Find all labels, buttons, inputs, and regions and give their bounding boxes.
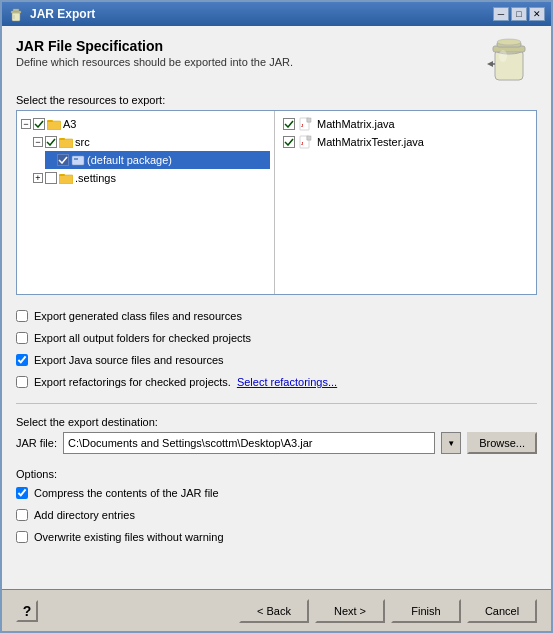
browse-button[interactable]: Browse... (467, 432, 537, 454)
expand-spacer-dp (45, 155, 55, 165)
file-label-mathmatrix: MathMatrix.java (317, 118, 395, 130)
export-option-refactorings-row: Export refactorings for checked projects… (16, 373, 537, 391)
nav-buttons: < Back Next > Finish Cancel (239, 599, 537, 623)
compress-label: Compress the contents of the JAR file (34, 487, 219, 499)
resources-panel: − A3 − (16, 110, 537, 295)
svg-text:J: J (301, 123, 303, 128)
java-file-icon-mathmatrixtester: J (299, 135, 313, 149)
file-item-mathmatrix[interactable]: J MathMatrix.java (283, 115, 532, 133)
title-buttons: ─ □ ✕ (493, 7, 545, 21)
export-options-area: Export generated class files and resourc… (16, 307, 537, 391)
expand-a3[interactable]: − (21, 119, 31, 129)
settings-folder-icon (59, 172, 73, 184)
compress-checkbox[interactable] (16, 487, 28, 499)
finish-button[interactable]: Finish (391, 599, 461, 623)
add-dir-row: Add directory entries (16, 506, 537, 524)
tree-node-src[interactable]: − src (33, 133, 270, 151)
jar-export-window: JAR Export ─ □ ✕ JAR File Specification … (0, 0, 553, 633)
tree-node-a3[interactable]: − A3 (21, 115, 270, 133)
cancel-button[interactable]: Cancel (467, 599, 537, 623)
svg-rect-0 (12, 12, 20, 21)
jar-file-label: JAR file: (16, 437, 57, 449)
export-class-checkbox[interactable] (16, 310, 28, 322)
java-file-icon-mathmatrix: J (299, 117, 313, 131)
checkbox-default-package[interactable] (57, 154, 69, 166)
jar-dropdown-arrow[interactable]: ▼ (441, 432, 461, 454)
export-output-checkbox[interactable] (16, 332, 28, 344)
svg-rect-19 (74, 158, 78, 160)
export-source-label: Export Java source files and resources (34, 354, 224, 366)
options-checkboxes: Compress the contents of the JAR file Ad… (16, 484, 537, 546)
jar-title-icon (8, 6, 24, 22)
header-text: JAR File Specification Define which reso… (16, 38, 293, 68)
export-refactorings-label: Export refactorings for checked projects… (34, 376, 231, 388)
files-panel: J MathMatrix.java J (279, 111, 536, 294)
add-dir-checkbox[interactable] (16, 509, 28, 521)
export-option-class-row: Export generated class files and resourc… (16, 307, 537, 325)
checkbox-src[interactable] (45, 136, 57, 148)
jar-row: JAR file: ▼ Browse... (16, 432, 537, 454)
checkbox-mathmatrixtester[interactable] (283, 136, 295, 148)
svg-text:J: J (301, 141, 303, 146)
svg-rect-1 (11, 11, 21, 13)
node-label-a3: A3 (63, 118, 76, 130)
title-bar-left: JAR Export (8, 6, 95, 22)
export-option-output-row: Export all output folders for checked pr… (16, 329, 537, 347)
svg-rect-20 (59, 175, 73, 184)
close-button[interactable]: ✕ (529, 7, 545, 21)
jar-file-input[interactable] (63, 432, 435, 454)
content-area: JAR File Specification Define which reso… (2, 26, 551, 589)
maximize-button[interactable]: □ (511, 7, 527, 21)
resources-section: Select the resources to export: − (16, 94, 537, 295)
svg-point-8 (497, 39, 521, 45)
separator-1 (16, 403, 537, 404)
svg-rect-12 (47, 121, 61, 130)
node-label-src: src (75, 136, 90, 148)
title-bar: JAR Export ─ □ ✕ (2, 2, 551, 26)
export-output-label: Export all output folders for checked pr… (34, 332, 251, 344)
node-label-settings: .settings (75, 172, 116, 184)
checkbox-a3[interactable] (33, 118, 45, 130)
overwrite-row: Overwrite existing files without warning (16, 528, 537, 546)
options-section: Options: Compress the contents of the JA… (16, 468, 537, 546)
export-class-label: Export generated class files and resourc… (34, 310, 242, 322)
src-folder-icon (59, 136, 73, 148)
svg-rect-29 (307, 136, 311, 140)
checkbox-settings[interactable] (45, 172, 57, 184)
project-icon (47, 118, 61, 130)
export-refactorings-checkbox[interactable] (16, 376, 28, 388)
export-source-checkbox[interactable] (16, 354, 28, 366)
overwrite-label: Overwrite existing files without warning (34, 531, 224, 543)
expand-settings[interactable]: + (33, 173, 43, 183)
tree-node-settings[interactable]: + .settings (33, 169, 270, 187)
back-button[interactable]: < Back (239, 599, 309, 623)
section-title: JAR File Specification (16, 38, 293, 54)
overwrite-checkbox[interactable] (16, 531, 28, 543)
bottom-bar: ? < Back Next > Finish Cancel (2, 589, 551, 631)
svg-marker-10 (487, 61, 493, 67)
window-title: JAR Export (30, 7, 95, 21)
svg-rect-2 (13, 9, 19, 11)
package-icon (71, 154, 85, 166)
svg-rect-18 (72, 156, 84, 165)
jar-illustration (485, 34, 533, 86)
checkbox-mathmatrix[interactable] (283, 118, 295, 130)
tree-panel[interactable]: − A3 − (17, 111, 275, 294)
help-button[interactable]: ? (16, 600, 38, 622)
node-label-default-package: (default package) (87, 154, 172, 166)
compress-row: Compress the contents of the JAR file (16, 484, 537, 502)
expand-src[interactable]: − (33, 137, 43, 147)
options-label: Options: (16, 468, 537, 480)
svg-rect-15 (59, 139, 73, 148)
svg-rect-25 (307, 118, 311, 122)
section-desc: Define which resources should be exporte… (16, 56, 293, 68)
header-area: JAR File Specification Define which reso… (16, 38, 537, 86)
next-button[interactable]: Next > (315, 599, 385, 623)
file-label-mathmatrixtester: MathMatrixTester.java (317, 136, 424, 148)
minimize-button[interactable]: ─ (493, 7, 509, 21)
tree-node-default-package[interactable]: (default package) (45, 151, 270, 169)
file-item-mathmatrixtester[interactable]: J MathMatrixTester.java (283, 133, 532, 151)
svg-point-9 (499, 50, 507, 62)
select-refactorings-link[interactable]: Select refactorings... (237, 376, 337, 388)
add-dir-label: Add directory entries (34, 509, 135, 521)
